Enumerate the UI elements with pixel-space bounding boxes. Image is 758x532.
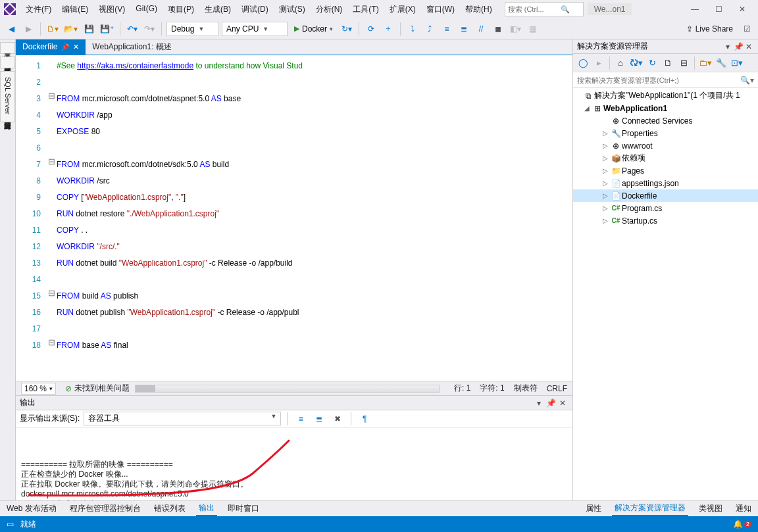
menu-item[interactable]: 扩展(X): [385, 1, 420, 18]
menu-item[interactable]: 项目(P): [163, 1, 199, 18]
tree-row[interactable]: ⧉解决方案"WebApplication1"(1 个项目/共 1: [573, 89, 758, 102]
feedback-icon[interactable]: ☑: [740, 22, 754, 36]
menu-item[interactable]: 视图(V): [94, 1, 130, 18]
output-source-label: 显示输出来源(S):: [20, 413, 80, 424]
save-all-button[interactable]: 💾⁺: [99, 22, 115, 36]
refresh-button[interactable]: ↻▾: [340, 22, 354, 36]
close-tab-icon[interactable]: ✕: [73, 43, 79, 51]
tree-row[interactable]: ▷⊕wwwroot: [573, 139, 758, 152]
tree-row[interactable]: ▷📁Pages: [573, 164, 758, 177]
se-back-icon[interactable]: ◯: [576, 56, 590, 70]
open-button[interactable]: 📂▾: [63, 22, 79, 36]
se-preview-icon[interactable]: ⊡▾: [730, 56, 744, 70]
output-source-combo[interactable]: 容器工具▼: [84, 412, 281, 425]
tree-row[interactable]: ⊕Connected Services: [573, 114, 758, 127]
se-properties-icon[interactable]: 🔧: [714, 56, 728, 70]
platform-combo[interactable]: Any CPU▼: [222, 22, 288, 36]
tree-row[interactable]: ◢⊞WebApplication1: [573, 102, 758, 114]
check-icon: ⊘: [65, 384, 72, 393]
output-clear-icon[interactable]: ✖: [330, 412, 345, 426]
zoom-combo[interactable]: 160 %▾: [21, 383, 56, 395]
browser-link-icon[interactable]: ⟳: [364, 22, 378, 36]
comment-icon[interactable]: //: [474, 22, 488, 36]
forward-button[interactable]: ▶: [21, 22, 36, 36]
menu-item[interactable]: 编辑(E): [57, 1, 93, 18]
se-fwd-icon[interactable]: ▸: [592, 56, 606, 70]
tree-row[interactable]: ▷📦依赖项: [573, 152, 758, 164]
code-editor[interactable]: 123456789101112131415161718 ⊟⊟⊟⊟ #See ht…: [16, 55, 572, 381]
tree-row[interactable]: ▷📄appsettings.json: [573, 177, 758, 189]
se-close-icon[interactable]: ✕: [744, 42, 754, 51]
bottom-tab[interactable]: 通知: [733, 502, 754, 516]
bottom-tab[interactable]: 即时窗口: [225, 502, 262, 516]
se-filter-icon[interactable]: 🗋: [661, 56, 675, 70]
menu-item[interactable]: 生成(B): [200, 1, 236, 18]
indent-icon[interactable]: ≡: [440, 22, 454, 36]
menu-item[interactable]: 工具(T): [348, 1, 383, 18]
add-item-icon[interactable]: ＋: [381, 22, 395, 36]
menu-item[interactable]: 文件(F): [21, 1, 56, 18]
menu-item[interactable]: 窗口(W): [422, 1, 459, 18]
pin-icon[interactable]: 📌: [61, 43, 69, 51]
se-sync-icon[interactable]: 🗘▾: [629, 56, 644, 70]
back-button[interactable]: ◀: [4, 22, 18, 36]
bookmark-icon[interactable]: ◼: [491, 22, 505, 36]
rail-tab[interactable]: SQL Server 对象资源管理器: [0, 71, 15, 122]
bottom-tab[interactable]: 类视图: [696, 502, 725, 516]
rail-tab[interactable]: 工具箱: [0, 42, 15, 54]
maximize-button[interactable]: ☐: [707, 0, 730, 18]
toggle-icon[interactable]: ◧▾: [508, 22, 522, 36]
se-collapse-icon[interactable]: ⊟: [676, 56, 691, 70]
minimize-button[interactable]: —: [683, 0, 707, 18]
quick-search[interactable]: 🔍: [505, 2, 584, 16]
start-debug-button[interactable]: ▶Docker▾: [290, 22, 337, 36]
new-project-button[interactable]: 🗋▾: [45, 22, 60, 36]
save-button[interactable]: 💾: [82, 22, 96, 36]
close-button[interactable]: ✕: [730, 0, 754, 18]
notifications-button[interactable]: 🔔 2: [733, 520, 751, 529]
se-pin-icon[interactable]: 📌: [733, 42, 744, 51]
bottom-tab[interactable]: 属性: [583, 502, 604, 516]
quick-search-input[interactable]: [508, 5, 561, 13]
extra-icon[interactable]: ▦: [525, 22, 540, 36]
config-combo[interactable]: Debug▼: [166, 22, 219, 36]
menu-item[interactable]: 测试(S): [274, 1, 310, 18]
menu-item[interactable]: Git(G): [131, 1, 162, 18]
bottom-tab[interactable]: 解决方案资源管理器: [612, 501, 688, 516]
bottom-tab[interactable]: Web 发布活动: [4, 502, 59, 516]
issues-link[interactable]: 未找到相关问题: [74, 383, 130, 394]
step-over-icon[interactable]: ⤴: [422, 22, 437, 36]
tree-row[interactable]: ▷📄Dockerfile: [573, 189, 758, 202]
bottom-tab[interactable]: 错误列表: [151, 502, 188, 516]
tree-row[interactable]: ▷C#Startup.cs: [573, 214, 758, 227]
output-pin-icon[interactable]: 📌: [545, 399, 557, 408]
redo-button[interactable]: ↷▾: [142, 22, 157, 36]
se-showall-icon[interactable]: 🗀▾: [698, 56, 713, 70]
solution-picker[interactable]: We...on1: [588, 3, 632, 15]
bottom-tab[interactable]: 输出: [196, 501, 217, 516]
menu-item[interactable]: 帮助(H): [461, 1, 497, 18]
tab-dockerfile[interactable]: Dockerfile 📌 ✕: [16, 39, 86, 55]
notification-badge: 2: [744, 521, 751, 527]
menu-item[interactable]: 调试(D): [237, 1, 273, 18]
live-share-button[interactable]: ⇪Live Share: [682, 24, 737, 34]
output-close-icon[interactable]: ✕: [557, 399, 568, 408]
se-search-input[interactable]: [573, 76, 736, 84]
tree-row[interactable]: ▷C#Program.cs: [573, 202, 758, 214]
rail-tab[interactable]: 服务器资源管理器: [0, 57, 15, 68]
se-refresh-icon[interactable]: ↻: [645, 56, 659, 70]
bottom-tab[interactable]: 程序包管理器控制台: [67, 502, 143, 516]
outdent-icon[interactable]: ≣: [457, 22, 471, 36]
se-dropdown-icon[interactable]: ▾: [722, 42, 733, 51]
horizontal-scrollbar[interactable]: [135, 385, 440, 393]
output-dropdown-icon[interactable]: ▾: [533, 399, 545, 408]
output-wrap-icon[interactable]: ¶: [357, 412, 372, 426]
tab-overview[interactable]: WebApplication1: 概述: [86, 39, 178, 55]
se-home-icon[interactable]: ⌂: [613, 56, 628, 70]
menu-item[interactable]: 分析(N): [311, 1, 347, 18]
tree-row[interactable]: ▷🔧Properties: [573, 127, 758, 139]
output-goto-icon[interactable]: ≡: [293, 412, 308, 426]
undo-button[interactable]: ↶▾: [125, 22, 139, 36]
step-into-icon[interactable]: ⤵: [405, 22, 420, 36]
output-prev-icon[interactable]: ≣: [312, 412, 326, 426]
